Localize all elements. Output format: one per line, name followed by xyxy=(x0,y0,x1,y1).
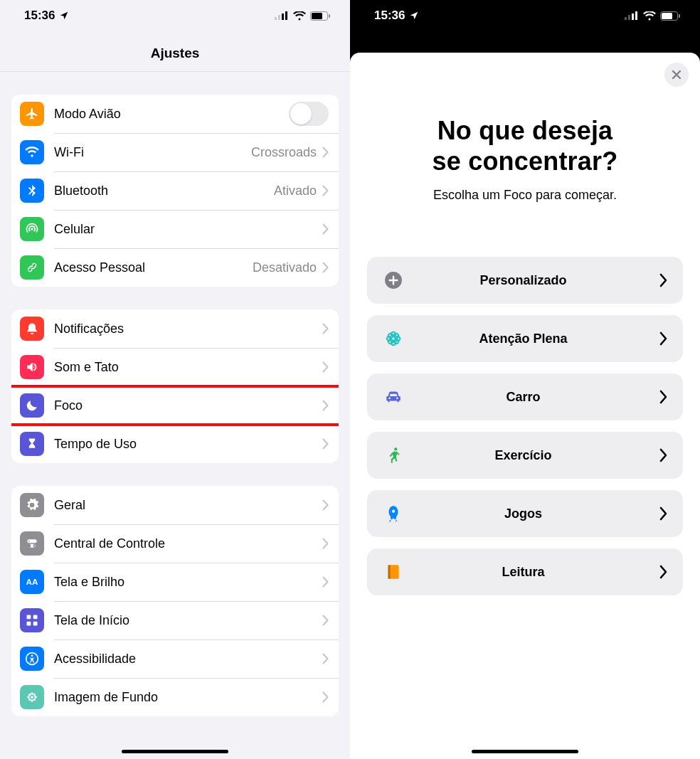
row-label: Wi-Fi xyxy=(54,145,84,160)
focus-label: Personalizado xyxy=(404,273,659,288)
row-label: Modo Avião xyxy=(54,107,121,122)
focus-picker-screen: 15:36 No que deseja se concentrar? Escol… xyxy=(350,0,700,759)
link-icon xyxy=(20,255,44,280)
settings-row-som-e-tato[interactable]: Som e Tato xyxy=(11,348,339,386)
chevron-right-icon xyxy=(659,390,667,404)
svg-point-13 xyxy=(31,655,33,657)
row-label: Imagem de Fundo xyxy=(54,690,158,705)
svg-rect-0 xyxy=(275,17,277,20)
row-label: Acessibilidade xyxy=(54,652,136,667)
row-label: Foco xyxy=(54,398,83,413)
location-icon xyxy=(59,11,69,21)
svg-rect-8 xyxy=(27,615,31,620)
battery-icon xyxy=(660,11,680,21)
settings-row-geral[interactable]: Geral xyxy=(11,486,339,524)
svg-point-18 xyxy=(34,696,37,699)
bluetooth-icon xyxy=(20,179,44,203)
settings-row-modo-avi-o[interactable]: Modo Avião xyxy=(11,95,339,133)
settings-row-notifica-es[interactable]: Notificações xyxy=(11,309,339,348)
svg-point-22 xyxy=(33,699,36,701)
toggle-switch[interactable] xyxy=(289,102,329,126)
chevron-right-icon xyxy=(659,273,667,287)
row-label: Som e Tato xyxy=(54,360,119,375)
settings-row-tela-de-in-cio[interactable]: Tela de Início xyxy=(11,601,339,639)
wifi-icon xyxy=(643,11,656,21)
svg-rect-25 xyxy=(632,14,634,20)
wifi-icon xyxy=(293,11,306,21)
svg-point-15 xyxy=(31,692,33,695)
close-button[interactable] xyxy=(664,63,689,87)
home-indicator[interactable] xyxy=(472,750,578,753)
home-indicator[interactable] xyxy=(122,750,228,753)
svg-rect-9 xyxy=(33,615,38,620)
settings-row-central-de-controle[interactable]: Central de Controle xyxy=(11,524,339,563)
row-label: Tempo de Uso xyxy=(54,437,137,452)
svg-rect-10 xyxy=(27,622,31,626)
svg-rect-3 xyxy=(285,11,287,20)
settings-screen: 15:36 Ajustes Modo AviãoWi-FiCrossroadsB… xyxy=(0,0,350,759)
chevron-right-icon xyxy=(322,185,329,196)
chevron-right-icon xyxy=(322,499,329,511)
focus-option-aten-o-plena[interactable]: Atenção Plena xyxy=(367,315,683,362)
svg-rect-2 xyxy=(282,14,284,20)
close-icon xyxy=(672,70,682,80)
book-icon xyxy=(383,563,404,581)
focus-option-leitura[interactable]: Leitura xyxy=(367,548,683,595)
settings-row-bluetooth[interactable]: BluetoothAtivado xyxy=(11,171,339,210)
settings-group: GeralCentral de ControleAATela e BrilhoT… xyxy=(11,486,339,716)
svg-rect-5 xyxy=(312,13,322,19)
settings-row-tempo-de-uso[interactable]: Tempo de Uso xyxy=(11,425,339,463)
mindful-icon xyxy=(383,329,404,348)
rocket-icon xyxy=(383,504,404,523)
hourglass-icon xyxy=(20,432,44,456)
svg-rect-28 xyxy=(662,13,672,19)
focus-sheet: No que deseja se concentrar? Escolha um … xyxy=(350,53,700,759)
car-icon xyxy=(383,388,404,406)
speaker-icon xyxy=(20,355,44,379)
row-label: Geral xyxy=(54,498,85,513)
status-time: 15:36 xyxy=(24,9,55,23)
settings-group: Modo AviãoWi-FiCrossroadsBluetoothAtivad… xyxy=(11,95,339,287)
focus-option-jogos[interactable]: Jogos xyxy=(367,490,683,537)
svg-rect-26 xyxy=(635,11,637,20)
settings-row-acessibilidade[interactable]: Acessibilidade xyxy=(11,639,339,678)
settings-row-tela-e-brilho[interactable]: AATela e Brilho xyxy=(11,563,339,601)
svg-text:AA: AA xyxy=(26,577,38,586)
focus-label: Carro xyxy=(404,390,659,405)
location-icon xyxy=(409,11,419,21)
chevron-right-icon xyxy=(322,691,329,703)
settings-row-celular[interactable]: Celular xyxy=(11,210,339,248)
settings-row-foco[interactable]: Foco xyxy=(11,386,339,425)
settings-group: NotificaçõesSom e TatoFocoTempo de Uso xyxy=(11,309,339,463)
sheet-title: No que deseja se concentrar? xyxy=(367,53,683,176)
settings-row-imagem-de-fundo[interactable]: Imagem de Fundo xyxy=(11,678,339,716)
chevron-right-icon xyxy=(322,223,329,235)
sheet-subtitle: Escolha um Foco para começar. xyxy=(367,188,683,203)
chevron-right-icon xyxy=(659,331,667,346)
chevron-right-icon xyxy=(659,448,667,462)
status-bar: 15:36 xyxy=(350,0,700,31)
settings-row-wi-fi[interactable]: Wi-FiCrossroads xyxy=(11,133,339,171)
focus-label: Atenção Plena xyxy=(404,331,659,346)
access-icon xyxy=(20,647,44,671)
svg-rect-24 xyxy=(628,15,630,20)
row-label: Tela e Brilho xyxy=(54,575,124,590)
plus-icon xyxy=(383,271,404,290)
focus-label: Jogos xyxy=(404,506,659,521)
focus-option-carro[interactable]: Carro xyxy=(367,373,683,420)
settings-row-acesso-pessoal[interactable]: Acesso PessoalDesativado xyxy=(11,248,339,287)
chevron-right-icon xyxy=(322,576,329,588)
focus-option-personalizado[interactable]: Personalizado xyxy=(367,257,683,304)
svg-rect-6 xyxy=(329,14,330,18)
row-label: Tela de Início xyxy=(54,613,129,628)
aa-icon: AA xyxy=(20,570,44,594)
focus-option-exerc-cio[interactable]: Exercício xyxy=(367,432,683,479)
bell-icon xyxy=(20,317,44,341)
flower-icon xyxy=(20,685,44,709)
svg-rect-41 xyxy=(388,566,390,580)
moon-icon xyxy=(20,393,44,418)
svg-point-14 xyxy=(31,696,33,699)
grid-icon xyxy=(20,608,44,632)
row-value: Crossroads xyxy=(251,145,317,160)
svg-point-21 xyxy=(28,699,31,701)
